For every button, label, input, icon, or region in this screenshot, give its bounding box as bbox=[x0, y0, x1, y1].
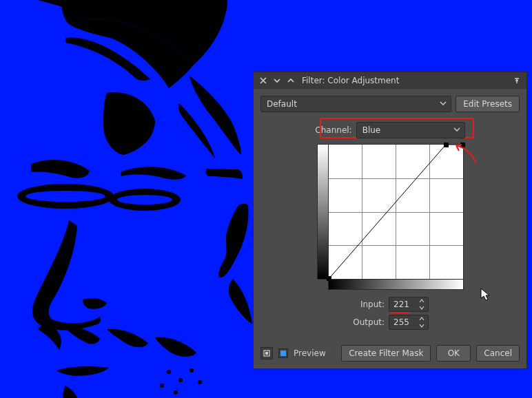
check-mark bbox=[280, 350, 286, 356]
preset-value: Default bbox=[267, 99, 297, 109]
svg-point-2 bbox=[25, 191, 105, 202]
create-filter-mask-button[interactable]: Create Filter Mask bbox=[341, 345, 431, 362]
curve-line bbox=[329, 145, 463, 279]
dialog-titlebar[interactable]: Filter: Color Adjustment bbox=[254, 72, 526, 89]
output-spinbox[interactable]: 255 bbox=[389, 315, 429, 330]
curve-editor[interactable] bbox=[328, 144, 464, 280]
svg-rect-14 bbox=[265, 352, 268, 355]
edit-presets-button[interactable]: Edit Presets bbox=[456, 96, 520, 112]
lock-aspect-icon[interactable] bbox=[260, 347, 273, 359]
svg-point-5 bbox=[167, 370, 171, 374]
channel-value: Blue bbox=[362, 125, 381, 135]
svg-point-6 bbox=[178, 378, 183, 382]
preview-label[interactable]: Preview bbox=[294, 348, 326, 358]
output-value: 255 bbox=[393, 317, 409, 327]
collapse-down-icon[interactable] bbox=[272, 75, 283, 86]
input-label: Input: bbox=[351, 300, 385, 309]
output-step-down[interactable] bbox=[417, 322, 427, 329]
channel-label: Channel: bbox=[315, 125, 351, 135]
curve-handle-start[interactable] bbox=[327, 276, 331, 281]
chevron-down-icon bbox=[440, 99, 447, 109]
svg-point-10 bbox=[198, 380, 202, 384]
curve-handle-mid[interactable] bbox=[444, 143, 449, 147]
svg-point-4 bbox=[117, 195, 172, 205]
svg-point-8 bbox=[190, 368, 194, 373]
curve-vertical-gradient bbox=[317, 144, 328, 280]
curve-horizontal-gradient bbox=[328, 279, 464, 290]
input-step-down[interactable] bbox=[417, 304, 427, 311]
svg-point-9 bbox=[174, 390, 178, 395]
output-label: Output: bbox=[351, 317, 385, 327]
ok-button[interactable]: OK bbox=[436, 345, 471, 362]
channel-select[interactable]: Blue bbox=[356, 122, 465, 138]
preview-checkbox[interactable] bbox=[278, 348, 288, 358]
input-spinbox[interactable]: 221 bbox=[389, 297, 429, 312]
chevron-down-icon bbox=[453, 125, 460, 135]
pin-icon[interactable] bbox=[511, 75, 522, 86]
input-step-up[interactable] bbox=[417, 297, 427, 304]
dialog-title: Filter: Color Adjustment bbox=[299, 76, 511, 85]
color-adjustment-dialog: Filter: Color Adjustment Default Edit Pr… bbox=[253, 72, 527, 369]
output-step-up[interactable] bbox=[417, 315, 427, 322]
annotation-underline bbox=[390, 312, 411, 313]
curve-handle-end[interactable] bbox=[460, 143, 465, 147]
input-value: 221 bbox=[393, 300, 409, 309]
preset-select[interactable]: Default bbox=[260, 96, 451, 112]
close-icon[interactable] bbox=[258, 75, 269, 86]
svg-line-11 bbox=[329, 145, 446, 279]
cancel-button[interactable]: Cancel bbox=[476, 345, 520, 362]
collapse-up-icon[interactable] bbox=[285, 75, 296, 86]
svg-point-7 bbox=[160, 384, 164, 388]
